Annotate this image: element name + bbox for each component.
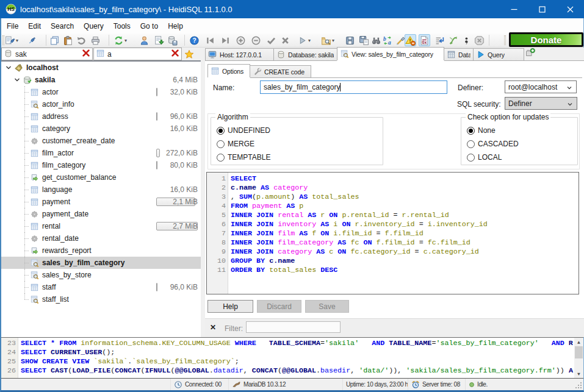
maximize-button[interactable] bbox=[528, 0, 556, 18]
tree-expander-icon[interactable] bbox=[4, 64, 13, 71]
toolbar-button-go-next[interactable] bbox=[220, 34, 231, 46]
toolbar-button-disconnect[interactable] bbox=[27, 34, 37, 46]
view-select-code-editor[interactable]: 1SELECT2c.name AS category3, SUM(p.amoun… bbox=[206, 172, 579, 294]
toolbar-button-stop[interactable] bbox=[474, 34, 485, 46]
toolbar-button-export-tables[interactable] bbox=[154, 34, 164, 46]
help-button[interactable]: Help bbox=[207, 300, 253, 313]
toolbar-button-help[interactable]: ? bbox=[189, 34, 200, 46]
tree-item-staff[interactable]: staff96,0 KiB bbox=[1, 281, 201, 293]
menu-tools[interactable]: Tools bbox=[109, 20, 135, 33]
toolbar-button-refresh[interactable]: ▾ bbox=[114, 34, 127, 46]
radio-none[interactable]: None bbox=[467, 126, 496, 135]
filter-input[interactable] bbox=[246, 321, 341, 333]
minimize-button[interactable] bbox=[500, 0, 528, 18]
tree-item-payment_date[interactable]: payment_date bbox=[1, 208, 201, 220]
toolbar-button-go-previous[interactable] bbox=[205, 34, 215, 46]
tab-query[interactable]: Query bbox=[473, 48, 524, 60]
toolbar-button-find[interactable] bbox=[371, 34, 381, 46]
radio-button-icon[interactable] bbox=[467, 140, 475, 148]
new-query-tab-button[interactable] bbox=[525, 48, 535, 59]
radio-merge[interactable]: MERGE bbox=[217, 139, 254, 149]
tree-item-sales_by_film_category[interactable]: sales_by_film_category bbox=[1, 257, 201, 269]
toolbar-button-copy[interactable] bbox=[49, 34, 60, 46]
radio-undefined[interactable]: UNDEFINED bbox=[217, 126, 270, 135]
tree-item-localhost[interactable]: localhost bbox=[1, 62, 201, 74]
radio-temptable[interactable]: TEMPTABLE bbox=[217, 152, 270, 162]
save-button[interactable]: Save bbox=[305, 300, 349, 313]
tab-view-sales-by-film-category[interactable]: View: sales_by_film_category bbox=[337, 47, 444, 60]
table-filter-input[interactable]: a bbox=[93, 48, 182, 60]
log-scrollbar[interactable]: ▲ ▼ bbox=[574, 338, 583, 378]
tree-item-get_customer_balance[interactable]: get_customer_balance bbox=[1, 171, 201, 184]
tree-expander-icon[interactable] bbox=[12, 76, 22, 84]
tree-item-actor_info[interactable]: actor_info bbox=[1, 98, 201, 110]
discard-button[interactable]: Discard bbox=[257, 300, 301, 313]
radio-cascaded[interactable]: CASCADED bbox=[467, 139, 519, 149]
tab-database-sakila[interactable]: Database: sakila bbox=[273, 48, 337, 60]
tree-item-customer_create_date[interactable]: customer_create_date bbox=[1, 135, 201, 147]
tree-item-actor[interactable]: actor32,0 KiB bbox=[1, 86, 201, 98]
close-filter-icon[interactable]: ✕ bbox=[210, 323, 216, 332]
toolbar-button-remove-record[interactable] bbox=[251, 34, 261, 46]
menu-search[interactable]: Search bbox=[46, 20, 79, 33]
toolbar-button-apply-changes[interactable] bbox=[266, 34, 276, 46]
toolbar-button-reformat[interactable] bbox=[448, 34, 458, 46]
toolbar-button-paste[interactable] bbox=[63, 34, 73, 46]
menu-file[interactable]: File bbox=[2, 20, 23, 33]
tree-item-rewards_report[interactable]: rewards_report bbox=[1, 244, 201, 257]
menu-edit[interactable]: Edit bbox=[23, 20, 46, 33]
tree-item-staff_list[interactable]: staff_list bbox=[1, 293, 201, 305]
tree-item-address[interactable]: address96,0 KiB bbox=[1, 110, 201, 123]
tree-item-film_category[interactable]: film_category80,0 KiB bbox=[1, 159, 201, 171]
tree-item-payment[interactable]: payment2,1 MiB bbox=[1, 196, 201, 208]
tree-item-sakila[interactable]: sakila6,4 MiB bbox=[1, 74, 201, 86]
clear-filter-icon[interactable] bbox=[82, 49, 90, 59]
favorites-filter-button[interactable] bbox=[182, 48, 196, 60]
toolbar-button-save-as[interactable] bbox=[359, 34, 369, 46]
donate-button[interactable]: Donate bbox=[509, 32, 583, 47]
definer-dropdown[interactable]: root@localhost bbox=[505, 80, 577, 93]
toolbar-button-execute-query[interactable]: ▾ bbox=[297, 34, 311, 46]
menu-go-to[interactable]: Go to bbox=[135, 20, 163, 33]
radio-button-icon[interactable] bbox=[217, 127, 225, 135]
tree-item-sales_by_store[interactable]: sales_by_store bbox=[1, 269, 201, 281]
tab-host-127-0-0-1[interactable]: Host: 127.0.0.1 bbox=[205, 48, 274, 60]
toolbar-button-undo[interactable] bbox=[76, 34, 87, 46]
toolbar-button-next-result[interactable] bbox=[434, 34, 445, 46]
toolbar-button-save[interactable] bbox=[345, 34, 355, 46]
toolbar-button-hex-view[interactable]: 0x bbox=[419, 34, 430, 46]
toolbar-button-user-manager[interactable] bbox=[139, 34, 150, 46]
toolbar-button-replace[interactable]: ba bbox=[383, 34, 393, 46]
clear-filter-icon[interactable] bbox=[171, 49, 179, 59]
toolbar-button-find-in-files[interactable]: ▾ bbox=[321, 34, 334, 46]
toolbar-button-cancel-changes[interactable] bbox=[280, 34, 290, 46]
dropdown-arrow-icon[interactable]: ▾ bbox=[308, 38, 311, 43]
scroll-up-icon[interactable]: ▲ bbox=[574, 338, 583, 346]
tab-data[interactable]: Data bbox=[444, 48, 474, 60]
panel-splitter[interactable] bbox=[201, 48, 205, 337]
dropdown-arrow-icon[interactable]: ▾ bbox=[124, 38, 127, 43]
toolbar-button-export-database[interactable] bbox=[167, 34, 178, 46]
tree-item-rental[interactable]: rental2,7 MiB bbox=[1, 220, 201, 232]
tree-item-rental_date[interactable]: rental_date bbox=[1, 232, 201, 244]
scrollbar-thumb[interactable] bbox=[575, 346, 583, 358]
menu-help[interactable]: Help bbox=[163, 20, 188, 33]
dropdown-arrow-icon[interactable]: ▾ bbox=[332, 38, 334, 43]
radio-button-icon[interactable] bbox=[217, 154, 225, 162]
database-filter-input[interactable]: sak bbox=[1, 48, 93, 60]
tree-item-category[interactable]: category16,0 KiB bbox=[1, 123, 201, 135]
toolbar-button-warning-filter[interactable] bbox=[405, 34, 416, 46]
tree-item-film_actor[interactable]: film_actor272,0 KiB bbox=[1, 147, 201, 159]
radio-button-icon[interactable] bbox=[217, 140, 225, 148]
radio-local[interactable]: LOCAL bbox=[467, 152, 502, 162]
tree-item-language[interactable]: language16,0 KiB bbox=[1, 184, 201, 196]
view-name-input[interactable]: sales_by_film_category bbox=[260, 80, 447, 94]
radio-button-icon[interactable] bbox=[467, 154, 475, 162]
toolbar-button-add-record[interactable] bbox=[236, 34, 246, 46]
sql-security-dropdown[interactable]: Definer bbox=[505, 97, 577, 110]
radio-button-icon[interactable] bbox=[467, 127, 475, 135]
close-button[interactable] bbox=[556, 0, 584, 18]
toolbar-button-semicolon[interactable] bbox=[462, 34, 472, 46]
toolbar-button-session-manager[interactable]: ▾ bbox=[5, 34, 18, 46]
menu-query[interactable]: Query bbox=[79, 20, 109, 33]
